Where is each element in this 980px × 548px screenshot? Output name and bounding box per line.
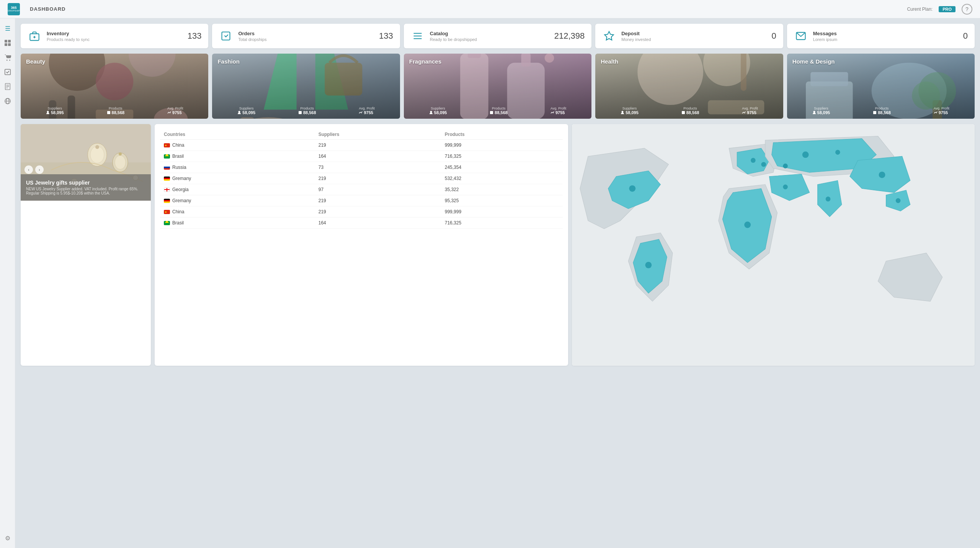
svg-rect-2 — [5, 43, 7, 46]
svg-rect-38 — [468, 54, 481, 58]
fragrances-stats: Suppliers 58,095 Products 88,568 — [404, 106, 591, 115]
help-button[interactable]: ? — [962, 4, 972, 15]
category-health[interactable]: Health Suppliers 58,095 Products 88,5 — [595, 54, 783, 119]
svg-point-85 — [896, 198, 901, 203]
settings-icon[interactable]: ⚙ — [2, 532, 14, 544]
stat-card-messages: Messages Lorem ipsum 0 — [787, 24, 975, 48]
slider-prev-button[interactable]: ‹ — [24, 165, 33, 174]
svg-point-44 — [545, 54, 554, 63]
current-plan-label: Curent Plan: — [907, 7, 933, 12]
svg-point-25 — [129, 54, 176, 77]
slider-next-button[interactable]: › — [35, 165, 44, 174]
svg-point-35 — [238, 111, 240, 113]
slider-title: US Jewelry gifts supplier — [26, 180, 145, 186]
home-label: Home & Design — [792, 58, 835, 65]
inventory-icon — [28, 29, 41, 43]
svg-rect-17 — [222, 32, 230, 40]
logo-icon: 365 DROPSHIP — [8, 3, 20, 15]
sidebar-item-check[interactable] — [2, 66, 14, 78]
suppliers-cell: 164 — [315, 218, 441, 229]
table-row: Georgia 97 35,322 — [160, 184, 563, 195]
map-card — [572, 124, 975, 366]
svg-point-81 — [783, 185, 788, 190]
pro-badge: PRO — [939, 6, 956, 12]
sidebar-item-reports[interactable] — [2, 80, 14, 93]
deposit-info: Deposit Money invested — [621, 31, 766, 42]
logo-text-top: 365 — [11, 6, 16, 10]
catalog-title: Catalog — [430, 31, 549, 36]
table-row: Gremany 219 532,432 — [160, 173, 563, 184]
svg-point-86 — [783, 164, 788, 168]
svg-point-76 — [645, 262, 652, 268]
messages-sub: Lorem ipsum — [813, 37, 958, 42]
suppliers-cell: 97 — [315, 184, 441, 195]
svg-marker-21 — [605, 31, 614, 40]
slider-card: US Jewelry gifts supplier NEW US Jewelry… — [21, 124, 151, 366]
sidebar-item-globe[interactable] — [2, 95, 14, 107]
svg-point-4 — [6, 60, 7, 61]
sidebar-item-cart[interactable] — [2, 51, 14, 64]
deposit-title: Deposit — [621, 31, 766, 36]
svg-point-80 — [835, 150, 840, 155]
stat-card-orders: Orders Total dropships 133 — [212, 24, 400, 48]
svg-point-60 — [912, 82, 940, 110]
svg-rect-3 — [8, 43, 11, 46]
svg-point-70 — [119, 152, 122, 155]
svg-point-78 — [761, 162, 766, 167]
svg-point-5 — [9, 60, 10, 61]
health-label: Health — [601, 58, 618, 65]
svg-rect-41 — [521, 54, 531, 67]
deposit-icon — [602, 29, 616, 43]
svg-point-24 — [96, 63, 133, 100]
svg-point-53 — [622, 111, 624, 113]
svg-point-47 — [638, 54, 704, 105]
svg-point-30 — [47, 111, 49, 113]
svg-rect-0 — [5, 40, 7, 43]
inventory-value: 133 — [188, 31, 202, 41]
svg-point-61 — [813, 111, 815, 113]
svg-point-82 — [744, 222, 751, 228]
slider-info: US Jewelry gifts supplier NEW US Jewelry… — [21, 174, 151, 201]
slider-description: NEW US Jewelry Supplier added. VAT inclu… — [26, 187, 145, 195]
suppliers-cell: 219 — [315, 140, 441, 151]
suppliers-cell: 219 — [315, 195, 441, 206]
sidebar: ☰ ⚙ — [0, 18, 15, 548]
svg-point-77 — [751, 158, 756, 163]
suppliers-cell: 73 — [315, 162, 441, 173]
health-stats: Suppliers 58,095 Products 88,568 — [595, 106, 783, 115]
catalog-icon — [411, 29, 425, 43]
catalog-info: Catalog Ready to be dropshipped — [430, 31, 549, 42]
countries-table: Countries Suppliers Products ★ China 219… — [160, 129, 563, 229]
table-header-row: Countries Suppliers Products — [160, 129, 563, 140]
products-cell: 35,322 — [441, 184, 563, 195]
sidebar-item-products[interactable] — [2, 37, 14, 49]
bottom-row: US Jewelry gifts supplier NEW US Jewelry… — [21, 124, 975, 366]
svg-point-67 — [95, 145, 99, 149]
country-cell: Russia — [160, 162, 315, 173]
svg-rect-34 — [240, 117, 255, 119]
world-map — [572, 124, 975, 366]
svg-rect-36 — [299, 111, 302, 114]
beauty-profit: Avg. Profit 9755 — [167, 106, 183, 115]
slider-navigation: ‹ › — [24, 165, 44, 174]
stats-row: Inventory Products ready to sync 133 Ord… — [21, 24, 975, 48]
home-stats: Suppliers 58,095 Products 88,568 — [787, 106, 975, 115]
category-fragrances[interactable]: Fragnances Suppliers 58,095 Products — [404, 54, 591, 119]
category-fashion[interactable]: Fashion Suppliers 58,095 Products 88, — [212, 54, 400, 119]
fragrances-label: Fragnances — [409, 58, 441, 65]
inventory-info: Inventory Products ready to sync — [47, 31, 182, 42]
catalog-value: 212,398 — [554, 31, 585, 41]
inventory-sub: Products ready to sync — [47, 37, 182, 42]
table-row: Gremany 219 95,325 — [160, 195, 563, 206]
orders-sub: Total dropships — [238, 37, 374, 42]
sidebar-item-menu[interactable]: ☰ — [2, 22, 14, 34]
messages-icon — [794, 29, 808, 43]
svg-rect-32 — [325, 63, 363, 96]
page-title: DASHBOARD — [30, 6, 66, 12]
deposit-value: 0 — [771, 31, 776, 41]
table-row: Brasil 164 716,325 — [160, 218, 563, 229]
category-beauty[interactable]: Beauty Suppliers 58,095 Products 88,5 — [21, 54, 208, 119]
category-home[interactable]: Home & Design Suppliers 58,095 Products — [787, 54, 975, 119]
svg-point-75 — [629, 185, 635, 192]
country-cell: Gremany — [160, 195, 315, 206]
